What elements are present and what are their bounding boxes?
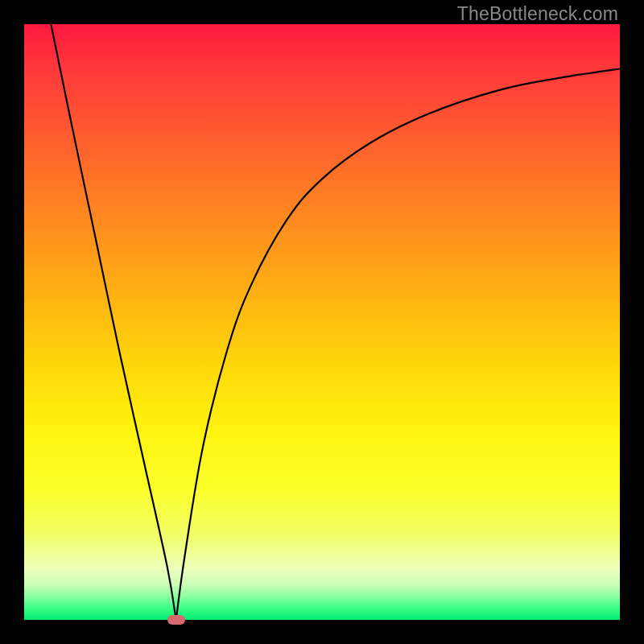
plot-area xyxy=(24,24,620,620)
right-branch-curve xyxy=(176,69,620,621)
left-branch-curve xyxy=(51,24,175,620)
watermark-text: TheBottleneck.com xyxy=(457,3,618,25)
bottleneck-marker xyxy=(167,615,185,625)
curve-svg xyxy=(24,24,620,620)
chart-container: TheBottleneck.com xyxy=(0,0,644,644)
curve-group xyxy=(51,24,620,620)
